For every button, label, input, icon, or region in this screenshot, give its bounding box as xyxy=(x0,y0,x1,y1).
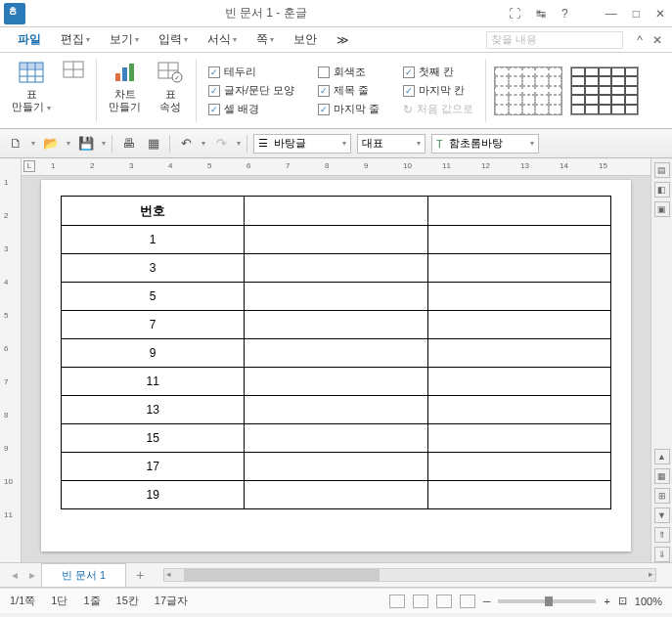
table-props-button[interactable]: ✓ 표 속성 xyxy=(153,57,188,115)
app-icon: ᄒ xyxy=(4,3,25,24)
check-border[interactable]: 테두리 xyxy=(204,63,260,81)
tool-e[interactable]: ⊞ xyxy=(654,488,670,504)
table-header-empty[interactable] xyxy=(427,197,610,226)
check-cell-bg[interactable]: 셀 배경 xyxy=(204,100,263,118)
check-text-shape[interactable]: 글자/문단 모양 xyxy=(204,81,298,100)
undo-button[interactable]: ↶ xyxy=(176,134,196,154)
add-tab-button[interactable]: + xyxy=(126,563,154,587)
table-header-empty[interactable] xyxy=(245,197,427,226)
tool-b[interactable]: ◧ xyxy=(654,182,670,198)
zoom-in[interactable]: + xyxy=(604,595,609,607)
menu-file[interactable]: 파일 xyxy=(10,28,49,51)
menu-page[interactable]: 쪽▾ xyxy=(248,28,282,51)
page: 번호 135791113151719 xyxy=(41,180,631,551)
right-toolbar: ▤ ◧ ▣ ▲ ▦ ⊞ ▼ ⇑ ⇓ xyxy=(650,158,672,562)
preview-button[interactable]: ▦ xyxy=(144,134,163,154)
menu-security[interactable]: 보안 xyxy=(286,28,325,51)
view-mode-1[interactable] xyxy=(389,595,405,608)
table-row[interactable]: 3 xyxy=(62,254,611,283)
zoom-out[interactable]: ─ xyxy=(483,595,491,607)
document-tab[interactable]: 빈 문서 1 xyxy=(41,563,126,587)
menu-format[interactable]: 서식▾ xyxy=(200,28,245,51)
check-title-row[interactable]: 제목 줄 xyxy=(314,81,373,100)
svg-text:✓: ✓ xyxy=(174,74,180,81)
check-first-col[interactable]: 첫째 칸 xyxy=(399,63,458,81)
toolbar: 🗋▾ 📂▾ 💾▾ 🖶 ▦ ↶▾ ↷▾ ☰바탕글▾ 대표▾ T함초롬바탕▾ xyxy=(0,129,672,158)
status-line: 1줄 xyxy=(83,594,100,608)
table-row[interactable]: 17 xyxy=(62,453,611,481)
menu-more[interactable]: ≫ xyxy=(329,30,357,50)
document-area[interactable]: 번호 135791113151719 xyxy=(22,176,650,562)
tab-nav-right[interactable]: ▸ xyxy=(23,568,41,582)
status-chars: 17글자 xyxy=(155,594,188,608)
table-make-button[interactable]: 표 만들기 ▾ xyxy=(8,57,55,115)
view-mode-3[interactable] xyxy=(436,595,452,608)
save-button[interactable]: 💾 xyxy=(76,134,96,154)
rep-combo[interactable]: 대표▾ xyxy=(357,134,426,154)
svg-rect-5 xyxy=(20,63,43,68)
svg-rect-9 xyxy=(115,73,120,81)
table-style-solid[interactable] xyxy=(570,66,639,115)
workspace: 1234567891011 L 123456789101112131415 번호… xyxy=(0,158,672,562)
table-row[interactable]: 7 xyxy=(62,311,611,339)
collapse-ribbon-icon[interactable]: ^ xyxy=(637,33,643,47)
table-row[interactable]: 5 xyxy=(62,283,611,311)
table-row[interactable]: 9 xyxy=(62,339,611,368)
table-style-dashed[interactable] xyxy=(494,66,562,115)
search-input[interactable]: 찾을 내용 xyxy=(486,31,623,49)
scroll-down[interactable]: ▼ xyxy=(654,507,670,523)
small-table-button[interactable] xyxy=(59,57,88,115)
table-row[interactable]: 1 xyxy=(62,226,611,254)
new-doc-button[interactable]: 🗋 xyxy=(6,134,25,154)
horizontal-scrollbar[interactable]: ◂ ▸ xyxy=(163,568,656,582)
page-up[interactable]: ⇑ xyxy=(654,527,670,543)
page-down[interactable]: ⇓ xyxy=(654,547,670,562)
minimize-button[interactable]: ― xyxy=(603,7,620,21)
table-header[interactable]: 번호 xyxy=(62,197,245,226)
menu-edit[interactable]: 편집▾ xyxy=(53,28,98,51)
check-last-row[interactable]: 마지막 줄 xyxy=(314,100,383,118)
print-button[interactable]: 🖶 xyxy=(118,134,138,154)
table-row[interactable]: 11 xyxy=(62,368,611,396)
menu-input[interactable]: 입력▾ xyxy=(151,28,196,51)
tab-nav-left[interactable]: ◂ xyxy=(6,568,23,582)
window-title: 빈 문서 1 - 훈글 xyxy=(25,5,506,22)
font-combo[interactable]: T함초롬바탕▾ xyxy=(431,134,539,154)
tool-d[interactable]: ▦ xyxy=(654,468,670,484)
document-table[interactable]: 번호 135791113151719 xyxy=(61,196,611,509)
help-icon[interactable]: ? xyxy=(559,7,571,21)
view-mode-2[interactable] xyxy=(413,595,428,608)
table-row[interactable]: 19 xyxy=(62,481,611,509)
shrink-icon[interactable]: ↹ xyxy=(533,7,549,21)
close-panel-icon[interactable]: ✕ xyxy=(652,33,662,47)
horizontal-ruler: L 123456789101112131415 xyxy=(22,158,650,176)
status-page: 1/1쪽 xyxy=(10,594,35,608)
paragraph-style-combo[interactable]: ☰바탕글▾ xyxy=(253,134,351,154)
table-row[interactable]: 15 xyxy=(62,424,611,453)
check-default[interactable]: ↻처음 값으로 xyxy=(399,100,477,118)
vertical-ruler: 1234567891011 xyxy=(0,158,22,562)
zoom-slider[interactable] xyxy=(498,599,596,603)
zoom-value: 100% xyxy=(635,595,662,607)
redo-button[interactable]: ↷ xyxy=(211,134,231,154)
tool-c[interactable]: ▣ xyxy=(654,201,670,217)
check-gray[interactable]: 회색조 xyxy=(314,63,370,81)
table-grid-icon xyxy=(63,61,84,78)
tool-a[interactable]: ▤ xyxy=(654,162,670,178)
scroll-up[interactable]: ▲ xyxy=(654,449,670,464)
status-col: 15칸 xyxy=(116,594,139,608)
zoom-fit[interactable]: ⊡ xyxy=(618,595,627,607)
open-button[interactable]: 📂 xyxy=(41,134,61,154)
view-mode-4[interactable] xyxy=(460,595,475,608)
menu-bar: 파일 편집▾ 보기▾ 입력▾ 서식▾ 쪽▾ 보안 ≫ 찾을 내용 ^ ✕ xyxy=(0,27,672,53)
expand-icon[interactable]: ⛶ xyxy=(506,7,523,21)
check-last-col[interactable]: 마지막 칸 xyxy=(399,81,469,100)
chart-make-button[interactable]: 차트 만들기 xyxy=(105,57,145,115)
status-section: 1단 xyxy=(51,594,67,608)
menu-view[interactable]: 보기▾ xyxy=(102,28,147,51)
svg-rect-11 xyxy=(129,64,134,81)
maximize-button[interactable]: □ xyxy=(630,7,643,21)
table-row[interactable]: 13 xyxy=(62,396,611,424)
close-button[interactable]: ✕ xyxy=(652,7,668,21)
svg-rect-10 xyxy=(122,67,127,81)
